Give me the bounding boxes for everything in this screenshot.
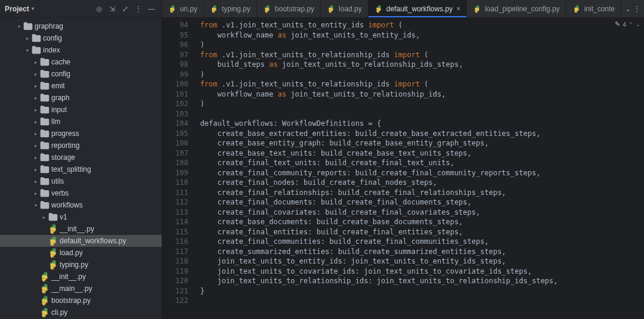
tree-item-label: text_splitting: [51, 165, 91, 174]
chevron-right-icon[interactable]: ▸: [32, 131, 39, 137]
tree-item-label: graphrag: [35, 22, 63, 30]
file-item[interactable]: ▸__init__.py: [0, 271, 162, 283]
collapse-icon[interactable]: ⇲: [107, 4, 117, 14]
folder-item[interactable]: ▸reporting: [0, 140, 162, 151]
folder-item[interactable]: ▸llm: [0, 116, 162, 128]
tab-label: typing.py: [222, 5, 250, 13]
python-icon: [48, 236, 58, 246]
chevron-down-icon[interactable]: ▾: [16, 24, 23, 29]
chevron-right-icon[interactable]: ▸: [32, 119, 39, 125]
tree-item-label: emit: [51, 82, 65, 90]
chevron-right-icon[interactable]: ▸: [32, 143, 39, 148]
more-icon[interactable]: ⋮: [133, 4, 144, 14]
file-item[interactable]: ▸__main__.py: [0, 283, 162, 295]
tabs-overflow-icon[interactable]: ⌄: [625, 5, 631, 13]
file-item[interactable]: ▸__init__.py: [0, 223, 162, 235]
python-icon: [48, 224, 58, 234]
project-dropdown[interactable]: Project ▾: [5, 5, 34, 13]
folder-item[interactable]: ▸config: [0, 32, 162, 44]
chevron-right-icon[interactable]: ▸: [24, 36, 31, 41]
file-item[interactable]: ▸typing.py: [0, 259, 162, 271]
python-icon: [572, 5, 581, 13]
python-icon: [263, 5, 271, 13]
tab-label: un.py: [180, 5, 197, 13]
folder-item[interactable]: ▸text_splitting: [0, 163, 162, 175]
chevron-right-icon[interactable]: ▸: [32, 72, 39, 77]
more-icon[interactable]: ⋮: [633, 5, 640, 13]
chevron-down-icon[interactable]: ▾: [24, 48, 31, 53]
editor-tab[interactable]: typing.py: [204, 0, 257, 17]
folder-icon: [31, 33, 42, 44]
tree-item-label: load.py: [60, 249, 83, 257]
folder-item[interactable]: ▾graphrag: [0, 20, 162, 32]
python-icon: [39, 295, 50, 306]
file-tree[interactable]: ▾graphrag▸config▾index▸cache▸config▸emit…: [0, 18, 162, 319]
folder-item[interactable]: ▸cache: [0, 56, 162, 68]
tree-item-label: verbs: [51, 189, 69, 197]
chevron-down-icon[interactable]: ▾: [32, 203, 39, 208]
folder-item[interactable]: ▸graph: [0, 92, 162, 104]
chevron-right-icon[interactable]: ▸: [32, 107, 39, 113]
tree-item-label: v1: [60, 213, 67, 221]
editor-tab[interactable]: bootstrap.py: [257, 0, 321, 17]
folder-item[interactable]: ▸utils: [0, 175, 162, 187]
folder-icon: [39, 92, 50, 103]
chevron-right-icon[interactable]: ▸: [32, 60, 39, 65]
tree-item-label: workflows: [51, 201, 83, 209]
chevron-up-icon[interactable]: ⌃: [628, 21, 633, 27]
tree-item-label: utils: [51, 177, 64, 185]
editor-tab[interactable]: un.py: [162, 0, 204, 17]
file-item[interactable]: ▸cli.py: [0, 306, 162, 318]
folder-icon: [39, 164, 50, 175]
python-icon: [210, 5, 218, 13]
python-icon: [48, 259, 58, 270]
editor-area: un.pytyping.pybootstrap.pyload.pydefault…: [162, 0, 644, 319]
chevron-right-icon[interactable]: ▸: [32, 95, 39, 101]
tree-item-label: llm: [51, 117, 60, 126]
folder-item[interactable]: ▸config: [0, 68, 162, 80]
folder-item[interactable]: ▸progress: [0, 128, 162, 140]
folder-item[interactable]: ▸emit: [0, 80, 162, 92]
tree-item-label: bootstrap.py: [51, 296, 91, 305]
code-view[interactable]: from .v1.join_text_units_to_entity_ids i…: [193, 18, 644, 319]
tree-item-label: index: [43, 46, 60, 54]
hide-icon[interactable]: —: [146, 4, 157, 14]
chevron-right-icon[interactable]: ▸: [32, 167, 39, 172]
chevron-right-icon[interactable]: ▸: [32, 155, 39, 160]
folder-item[interactable]: ▾index: [0, 44, 162, 56]
editor-body: ✎ 4 ⌃ ⌄ 94 95 96 97 98 99 100 101 102 10…: [162, 18, 644, 319]
editor-tab[interactable]: load.py: [321, 0, 369, 17]
chevron-right-icon[interactable]: ▸: [32, 179, 39, 184]
tree-item-label: __main__.py: [51, 284, 92, 293]
folder-item[interactable]: ▸input: [0, 104, 162, 116]
tree-item-label: graph: [51, 94, 70, 102]
file-item[interactable]: ▸load.py: [0, 247, 162, 259]
project-label: Project: [5, 5, 29, 13]
expand-icon[interactable]: ⤢: [120, 4, 131, 14]
line-gutter: 94 95 96 97 98 99 100 101 102 103 104 10…: [162, 18, 193, 319]
python-icon: [39, 307, 50, 318]
folder-item[interactable]: ▸verbs: [0, 187, 162, 199]
editor-tabs: un.pytyping.pybootstrap.pyload.pydefault…: [162, 0, 644, 18]
folder-icon: [39, 80, 50, 91]
editor-tab[interactable]: load_pipeline_config.py: [467, 0, 566, 17]
locate-icon[interactable]: ◎: [94, 4, 104, 14]
chevron-right-icon[interactable]: ▸: [41, 215, 48, 220]
folder-item[interactable]: ▸v1: [0, 211, 162, 223]
chevron-down-icon[interactable]: ⌄: [636, 21, 640, 27]
inspection-widget[interactable]: ✎ 4 ⌃ ⌄: [615, 20, 640, 28]
file-item[interactable]: ▸bootstrap.py: [0, 295, 162, 306]
tree-item-label: config: [43, 34, 62, 42]
chevron-right-icon[interactable]: ▸: [32, 191, 39, 196]
editor-tab[interactable]: default_workflows.py×: [369, 0, 467, 17]
folder-icon: [48, 212, 58, 222]
chevron-right-icon[interactable]: ▸: [32, 83, 39, 89]
folder-item[interactable]: ▸storage: [0, 151, 162, 163]
tree-item-label: reporting: [51, 141, 79, 150]
file-item[interactable]: ▸default_workflows.py: [0, 235, 162, 247]
tree-item-label: typing.py: [60, 261, 88, 269]
editor-tab[interactable]: init_conte: [566, 0, 621, 17]
folder-icon: [39, 188, 50, 199]
close-icon[interactable]: ×: [456, 5, 460, 13]
folder-item[interactable]: ▾workflows: [0, 199, 162, 211]
